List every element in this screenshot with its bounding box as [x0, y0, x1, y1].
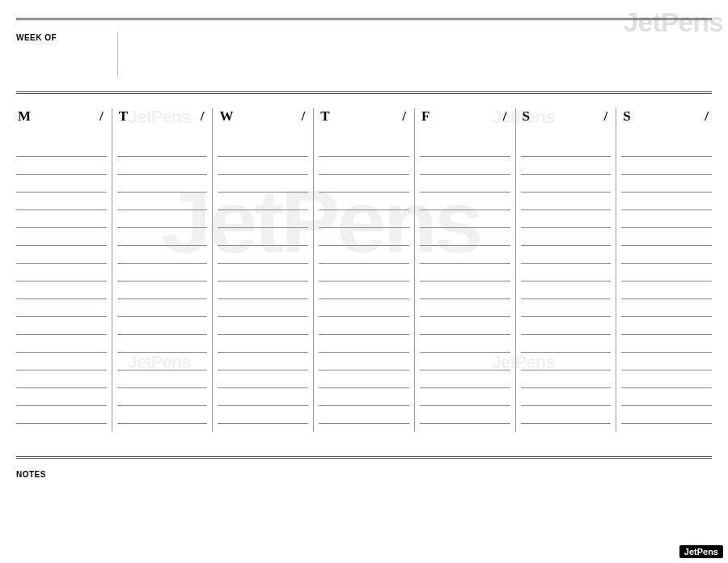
writing-line — [218, 175, 308, 193]
writing-line — [521, 175, 612, 193]
top-double-rule — [16, 18, 712, 20]
writing-line — [319, 246, 409, 264]
writing-line — [218, 157, 308, 175]
writing-line — [521, 193, 612, 210]
date-separator: / — [402, 108, 406, 125]
writing-line — [621, 388, 712, 406]
writing-line — [521, 228, 612, 246]
writing-line — [420, 264, 510, 282]
date-separator: / — [705, 108, 709, 125]
day-letter: T — [119, 108, 128, 125]
day-column: S/ — [616, 108, 712, 432]
writing-line — [16, 388, 107, 406]
bottom-double-rule — [16, 456, 712, 459]
day-letter: T — [320, 108, 329, 125]
day-letter: M — [18, 108, 31, 125]
writing-line — [621, 210, 712, 228]
header-divider — [117, 32, 118, 77]
week-of-label: WEEK OF — [16, 32, 117, 42]
writing-line — [420, 388, 510, 406]
writing-line — [621, 139, 712, 157]
writing-line — [621, 193, 712, 210]
writing-line — [16, 246, 107, 264]
writing-line — [218, 210, 308, 228]
writing-line — [117, 353, 208, 370]
writing-line — [521, 157, 612, 175]
writing-line — [117, 264, 208, 282]
writing-line — [218, 388, 308, 406]
writing-line — [621, 353, 712, 370]
writing-line — [420, 299, 510, 317]
writing-line — [117, 210, 208, 228]
day-header: T/ — [117, 108, 208, 139]
writing-line — [16, 335, 107, 353]
writing-line — [420, 335, 510, 353]
writing-line — [319, 175, 409, 193]
writing-line — [16, 353, 107, 370]
writing-line — [420, 246, 510, 264]
writing-line — [16, 157, 107, 175]
writing-line — [521, 246, 612, 264]
writing-line — [218, 353, 308, 370]
writing-line — [319, 370, 409, 388]
writing-line — [218, 317, 308, 335]
writing-line — [420, 210, 510, 228]
writing-line — [117, 388, 208, 406]
writing-line — [117, 335, 208, 353]
writing-line — [319, 406, 409, 424]
writing-line — [117, 157, 208, 175]
writing-line — [521, 210, 612, 228]
writing-line — [117, 139, 208, 157]
day-header: T/ — [319, 108, 409, 139]
writing-line — [621, 264, 712, 282]
day-header: F/ — [420, 108, 510, 139]
writing-line — [319, 317, 409, 335]
writing-line — [16, 317, 107, 335]
notes-label: NOTES — [16, 470, 712, 479]
writing-line — [117, 317, 208, 335]
writing-line — [319, 210, 409, 228]
writing-line — [420, 157, 510, 175]
writing-line — [420, 317, 510, 335]
writing-line — [621, 157, 712, 175]
writing-line — [16, 210, 107, 228]
writing-line — [319, 299, 409, 317]
day-column: T/ — [313, 108, 414, 432]
writing-line — [117, 299, 208, 317]
writing-line — [218, 193, 308, 210]
writing-line — [621, 299, 712, 317]
writing-line — [218, 406, 308, 424]
writing-line — [420, 282, 510, 299]
writing-line — [420, 139, 510, 157]
writing-line — [16, 193, 107, 210]
writing-line — [521, 264, 612, 282]
writing-line — [218, 370, 308, 388]
writing-line — [16, 175, 107, 193]
days-grid: M/T/W/T/F/S/S/ — [16, 108, 712, 432]
writing-line — [521, 139, 612, 157]
writing-line — [218, 228, 308, 246]
day-header: W/ — [218, 108, 308, 139]
writing-line — [117, 228, 208, 246]
writing-line — [319, 264, 409, 282]
writing-line — [621, 282, 712, 299]
writing-line — [16, 406, 107, 424]
day-letter: W — [219, 108, 233, 125]
mid-double-rule — [16, 91, 712, 94]
date-separator: / — [201, 108, 205, 125]
writing-line — [319, 139, 409, 157]
date-separator: / — [99, 108, 104, 125]
writing-line — [521, 406, 612, 424]
writing-line — [621, 228, 712, 246]
writing-line — [319, 193, 409, 210]
writing-line — [521, 388, 612, 406]
writing-line — [521, 335, 612, 353]
writing-line — [319, 282, 409, 299]
writing-line — [319, 335, 409, 353]
writing-line — [319, 353, 409, 370]
writing-line — [420, 228, 510, 246]
writing-line — [16, 282, 107, 299]
day-column: F/ — [414, 108, 515, 432]
writing-line — [16, 139, 107, 157]
day-column: T/ — [112, 108, 213, 432]
